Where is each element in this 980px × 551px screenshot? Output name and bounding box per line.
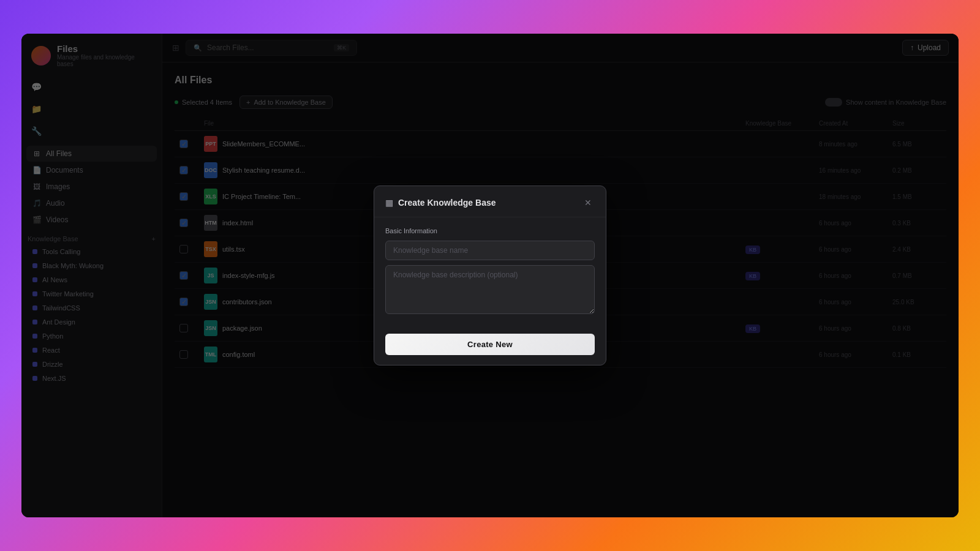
modal-overlay[interactable]: ▦ Create Knowledge Base ✕ Basic Informat… [162,34,959,517]
create-new-button[interactable]: Create New [385,334,595,355]
modal-close-button[interactable]: ✕ [581,196,595,209]
modal-kb-icon: ▦ [385,198,393,208]
modal-section-label: Basic Information [385,227,595,234]
app-window: Files Manage files and knowledge bases 💬… [21,34,959,517]
modal-title-area: ▦ Create Knowledge Base [385,198,496,208]
modal-footer: Create New [374,326,606,365]
main-content: ⊞ 🔍 ⌘K ↑ Upload All Files Selected 4 [162,34,959,517]
create-kb-modal: ▦ Create Knowledge Base ✕ Basic Informat… [374,186,606,365]
kb-description-textarea[interactable] [385,265,595,314]
modal-body: Basic Information [374,217,606,326]
kb-name-input[interactable] [385,241,595,260]
modal-header: ▦ Create Knowledge Base ✕ [374,186,606,217]
modal-title: Create Knowledge Base [398,198,496,208]
